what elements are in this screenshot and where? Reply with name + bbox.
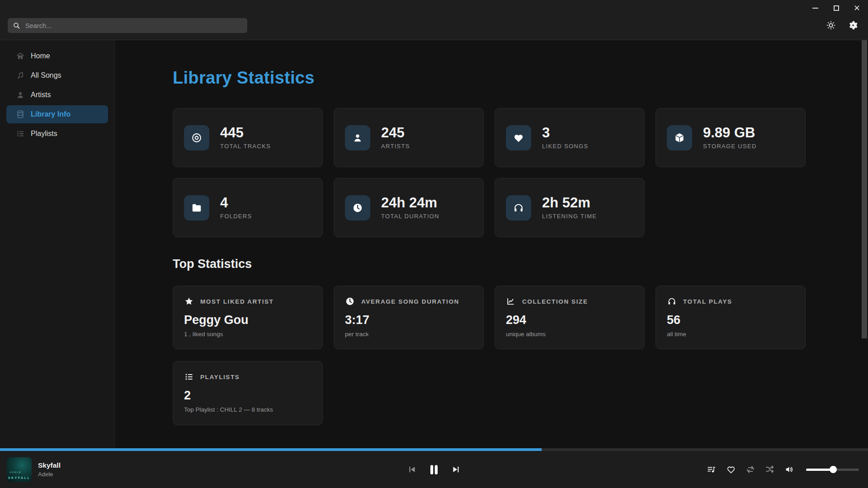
topbar-actions [826,20,859,31]
pause-button[interactable] [427,463,441,477]
clock-icon [345,296,355,306]
headphones-icon [667,296,677,306]
stat-label: ARTISTS [381,143,410,150]
settings-button[interactable] [848,20,859,31]
repeat-button[interactable] [745,465,755,474]
search-input[interactable] [24,22,242,30]
person-icon [16,90,25,99]
top-stat-sub: Top Playlist : CHILL 2 — 8 tracks [184,406,311,413]
sun-icon [826,20,836,30]
top-stat-card-most-liked-artist: MOST LIKED ARTIST Peggy Gou 1 , liked so… [173,286,323,349]
storage-cube-icon [667,125,692,150]
home-icon [16,52,25,61]
track-artist: Adele [38,471,61,478]
scrollbar-thumb[interactable] [862,40,867,338]
stat-label: LIKED SONGS [542,143,588,150]
shuffle-icon [765,465,775,474]
sidebar-item-label: Artists [31,91,51,99]
stat-value: 445 [220,126,271,141]
pause-icon [427,463,441,477]
sidebar-item-library-info[interactable]: Library Info [6,105,108,123]
album-art-title-text: SKYFALL [7,476,32,479]
stat-card-storage-used: 9.89 GB STORAGE USED [656,108,806,167]
database-icon [16,110,25,119]
volume-button[interactable] [784,465,794,474]
search-icon [13,22,20,29]
top-stat-card-collection-size: COLLECTION SIZE 294 unique albums [495,286,645,349]
stat-value: 3 [542,126,588,141]
album-art-artist-text: ADELE [9,471,21,474]
top-stat-label: PLAYLISTS [200,374,240,380]
stat-value: 2h 52m [542,196,597,211]
search-bar [8,18,247,33]
repeat-icon [745,465,755,474]
list-icon [16,129,25,138]
top-stat-sub: all time [667,331,794,338]
clock-icon [345,195,370,221]
like-button[interactable] [726,465,736,474]
volume-thumb[interactable] [830,466,837,473]
top-stat-card-average-song-duration: AVERAGE SONG DURATION 3:17 per track [334,286,484,349]
gear-icon [848,20,858,30]
sidebar: Home All Songs Artists Library Info Play… [0,40,115,448]
line-chart-icon [506,296,516,306]
star-icon [184,296,194,306]
minimize-button[interactable] [810,3,821,13]
top-stat-value: 56 [667,313,794,327]
sidebar-item-home[interactable]: Home [6,47,108,65]
sidebar-item-playlists[interactable]: Playlists [6,125,108,143]
stat-label: TOTAL DURATION [381,213,439,220]
stat-card-liked-songs: 3 LIKED SONGS [495,108,645,167]
sidebar-item-label: Playlists [31,130,57,138]
queue-button[interactable] [707,465,717,474]
volume-fill [806,469,833,471]
next-button[interactable] [451,465,461,474]
stat-card-total-duration: 24h 24m TOTAL DURATION [334,178,484,237]
now-playing: ADELE SKYFALL Skyfall Adele [7,451,61,488]
stat-card-total-tracks: 445 TOTAL TRACKS [173,108,323,167]
top-stats-title: Top Statistics [173,257,252,271]
maximize-button[interactable] [831,3,841,13]
close-button[interactable] [852,3,862,13]
top-stat-value: 294 [506,313,633,327]
stat-value: 4 [220,196,252,211]
topbar [0,0,868,40]
stat-card-folders: 4 FOLDERS [173,178,323,237]
top-stat-sub: unique albums [506,331,633,338]
stat-card-artists: 245 ARTISTS [334,108,484,167]
close-icon [854,5,860,11]
sidebar-item-artists[interactable]: Artists [6,86,108,104]
stat-label: TOTAL TRACKS [220,143,271,150]
sidebar-item-label: All Songs [31,71,61,80]
stat-label: LISTENING TIME [542,213,597,220]
top-stat-card-total-plays: TOTAL PLAYS 56 all time [656,286,806,349]
track-title: Skyfall [38,461,61,469]
sidebar-item-all-songs[interactable]: All Songs [6,66,108,84]
sidebar-item-label: Home [31,52,50,60]
maximize-icon [834,5,839,11]
stat-value: 245 [381,126,410,141]
top-stat-value: 3:17 [345,313,472,327]
album-art: ADELE SKYFALL [7,457,32,482]
folder-icon [184,195,209,221]
headphones-icon [506,195,531,221]
top-stat-value: Peggy Gou [184,313,311,327]
music-note-icon [16,71,25,80]
top-stat-sub: per track [345,331,472,338]
main-content: Library Statistics 445 TOTAL TRACKS 245 … [115,40,868,448]
disc-icon [184,125,209,150]
stat-label: FOLDERS [220,213,252,220]
theme-toggle-button[interactable] [826,20,836,31]
shuffle-button[interactable] [765,465,775,474]
previous-button[interactable] [407,465,417,474]
playback-controls [407,451,461,488]
volume-slider[interactable] [806,469,859,471]
skip-next-icon [451,465,461,474]
playlist-music-icon [707,465,717,474]
stat-card-listening-time: 2h 52m LISTENING TIME [495,178,645,237]
page-title: Library Statistics [173,68,315,88]
scrollbar-track [862,40,867,448]
heart-outline-icon [726,465,736,474]
top-stat-label: COLLECTION SIZE [522,298,588,305]
top-stat-value: 2 [184,389,311,403]
